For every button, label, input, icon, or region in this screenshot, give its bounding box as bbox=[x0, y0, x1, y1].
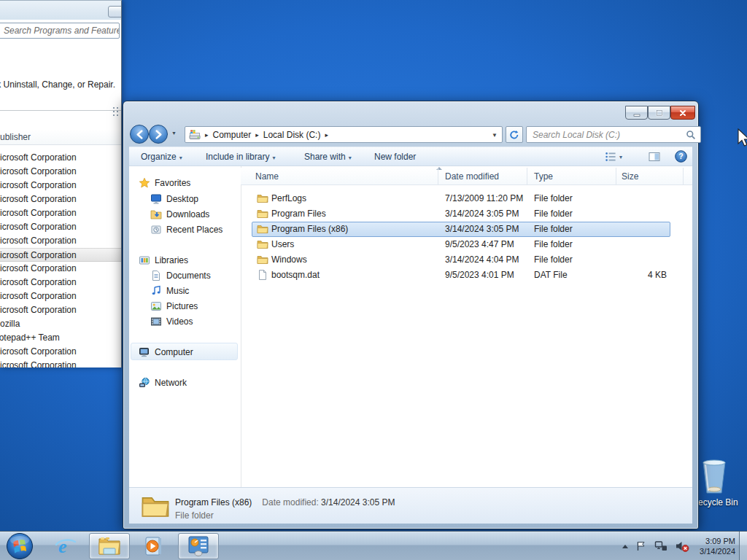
programs-publisher-column-header[interactable]: Publisher bbox=[0, 129, 122, 145]
file-row-windows[interactable]: Windows 3/14/2024 4:04 PM File folder bbox=[241, 252, 671, 268]
folder-icon bbox=[257, 192, 268, 204]
sidebar-item-pictures[interactable]: Pictures bbox=[150, 300, 198, 313]
programs-window-button-fragment[interactable] bbox=[108, 6, 122, 18]
program-list-row[interactable]: Microsoft Corporation bbox=[0, 151, 122, 165]
taskbar-media-player-button[interactable] bbox=[133, 533, 174, 559]
sidebar-group-libraries[interactable]: Libraries bbox=[139, 254, 188, 267]
program-list-row[interactable]: Microsoft Corporation bbox=[0, 192, 122, 206]
forward-button[interactable] bbox=[149, 125, 168, 144]
minimize-button[interactable] bbox=[625, 106, 648, 120]
show-hidden-icons-button[interactable] bbox=[622, 545, 628, 548]
column-header-type[interactable]: Type bbox=[534, 171, 553, 182]
file-row-perflogs[interactable]: PerfLogs 7/13/2009 11:20 PM File folder bbox=[241, 191, 671, 206]
taskbar-clock[interactable]: 3:09 PM 3/14/2024 bbox=[700, 536, 735, 556]
breadcrumb-computer[interactable]: Computer bbox=[213, 130, 252, 140]
caret-down-icon: ▾ bbox=[272, 155, 275, 161]
clock-date: 3/14/2024 bbox=[700, 546, 735, 556]
program-list-row[interactable]: Microsoft Corporation bbox=[0, 220, 122, 234]
volume-muted-icon[interactable] bbox=[675, 540, 689, 553]
change-view-button[interactable]: ▾ bbox=[605, 151, 622, 163]
sidebar-item-documents[interactable]: Documents bbox=[150, 269, 211, 282]
caret-down-icon: ▾ bbox=[179, 155, 182, 161]
program-list-row[interactable]: Microsoft Corporation bbox=[0, 179, 122, 192]
programs-divider-grip-icon[interactable] bbox=[112, 106, 120, 116]
column-header-date-modified[interactable]: Date modified bbox=[445, 171, 499, 182]
start-orb-icon bbox=[6, 532, 34, 560]
sidebar-item-videos[interactable]: Videos bbox=[150, 315, 193, 328]
search-placeholder: Search Local Disk (C:) bbox=[533, 130, 620, 140]
desktop-monitor-icon bbox=[150, 193, 162, 205]
program-list-row[interactable]: Microsoft Corporation bbox=[0, 289, 122, 303]
sidebar-item-computer[interactable]: Computer bbox=[139, 346, 193, 359]
maximize-button[interactable] bbox=[648, 106, 670, 120]
sidebar-item-downloads[interactable]: Downloads bbox=[150, 208, 209, 221]
libraries-icon bbox=[139, 254, 150, 266]
folder-icon bbox=[257, 238, 268, 250]
program-list-row[interactable]: Mozilla bbox=[0, 317, 122, 331]
search-box[interactable]: Search Local Disk (C:) bbox=[526, 126, 701, 143]
program-list-row[interactable]: Microsoft Corporation bbox=[0, 359, 122, 368]
pictures-icon bbox=[150, 300, 162, 312]
help-icon: ? bbox=[675, 150, 687, 163]
programs-search-box[interactable]: Search Programs and Features bbox=[0, 23, 120, 39]
sidebar-group-favorites[interactable]: Favorites bbox=[139, 176, 190, 190]
file-row-program-files[interactable]: Program Files 3/14/2024 3:05 PM File fol… bbox=[241, 206, 671, 222]
breadcrumb-local-disk-c[interactable]: Local Disk (C:) bbox=[263, 130, 321, 140]
file-row-users[interactable]: Users 9/5/2023 4:47 PM File folder bbox=[241, 237, 671, 252]
computer-icon bbox=[139, 346, 150, 358]
column-header-size[interactable]: Size bbox=[622, 171, 638, 182]
desktop: Computer Recycle Bin Search Programs and… bbox=[0, 0, 747, 560]
file-row-bootsqm-dat[interactable]: bootsqm.dat 9/5/2023 4:01 PM DAT File 4 … bbox=[241, 268, 671, 283]
column-header-name[interactable]: Name bbox=[255, 171, 279, 182]
large-folder-icon bbox=[141, 491, 170, 521]
taskbar-internet-explorer-button[interactable]: e bbox=[45, 533, 86, 559]
preview-pane-icon bbox=[649, 151, 660, 163]
media-player-icon bbox=[142, 535, 164, 557]
folder-icon bbox=[257, 223, 268, 235]
sidebar-item-music[interactable]: Music bbox=[150, 284, 189, 298]
program-list-row[interactable]: Notepad++ Team bbox=[0, 331, 122, 345]
chevron-right-icon: ▸ bbox=[251, 131, 263, 139]
videos-icon bbox=[150, 316, 162, 327]
preview-pane-button[interactable] bbox=[649, 151, 660, 163]
share-with-button[interactable]: Share with▾ bbox=[304, 152, 352, 162]
chevron-right-icon: ▸ bbox=[320, 131, 333, 139]
file-row-program-files-x86-selected[interactable]: Program Files (x86) 3/14/2024 3:05 PM Fi… bbox=[241, 222, 671, 237]
star-icon bbox=[139, 177, 150, 189]
recycle-bin-icon bbox=[699, 459, 729, 496]
program-list-row-highlighted[interactable]: Microsoft Corporation bbox=[0, 248, 122, 262]
program-list-row[interactable]: Microsoft Corporation bbox=[0, 303, 122, 317]
breadcrumb[interactable]: ▸ Computer ▸ Local Disk (C:) ▸ ▼ bbox=[185, 126, 503, 143]
recent-pages-dropdown[interactable]: ▼ bbox=[171, 131, 177, 136]
close-button[interactable] bbox=[670, 106, 695, 120]
new-folder-button[interactable]: New folder bbox=[374, 152, 416, 162]
explorer-client-area: Favorites Desktop Downloads Recent Place… bbox=[129, 166, 692, 487]
program-list-row[interactable]: Microsoft Corporation bbox=[0, 262, 122, 276]
views-icon bbox=[605, 151, 616, 163]
start-button[interactable] bbox=[6, 532, 34, 560]
action-center-flag-icon[interactable] bbox=[635, 540, 647, 552]
programs-and-features-window: Search Programs and Features To uninstal… bbox=[0, 0, 122, 368]
programs-window-chrome bbox=[0, 1, 121, 20]
program-list-row[interactable]: Microsoft Corporation bbox=[0, 345, 122, 359]
refresh-button[interactable] bbox=[506, 126, 523, 143]
program-list-row[interactable]: Microsoft Corporation bbox=[0, 165, 122, 179]
document-icon bbox=[150, 270, 162, 281]
show-desktop-button[interactable] bbox=[739, 532, 747, 560]
sidebar-item-network[interactable]: Network bbox=[139, 376, 187, 389]
taskbar-programs-and-features-button[interactable] bbox=[178, 533, 219, 559]
sidebar-item-desktop[interactable]: Desktop bbox=[150, 192, 198, 206]
taskbar-windows-explorer-button[interactable] bbox=[89, 533, 130, 559]
help-button[interactable]: ? bbox=[675, 150, 687, 163]
program-list-row[interactable]: Microsoft Corporation bbox=[0, 276, 122, 289]
clock-time: 3:09 PM bbox=[700, 536, 735, 546]
back-button[interactable] bbox=[130, 125, 149, 144]
program-list-row[interactable]: Microsoft Corporation bbox=[0, 206, 122, 220]
caret-down-icon: ▾ bbox=[349, 155, 352, 161]
program-list-row[interactable]: Microsoft Corporation bbox=[0, 234, 122, 248]
address-dropdown-icon[interactable]: ▼ bbox=[492, 132, 498, 139]
organize-button[interactable]: Organize▾ bbox=[141, 152, 182, 162]
network-tray-icon[interactable] bbox=[654, 540, 667, 552]
include-in-library-button[interactable]: Include in library▾ bbox=[206, 152, 275, 162]
sidebar-item-recent-places[interactable]: Recent Places bbox=[150, 223, 222, 236]
